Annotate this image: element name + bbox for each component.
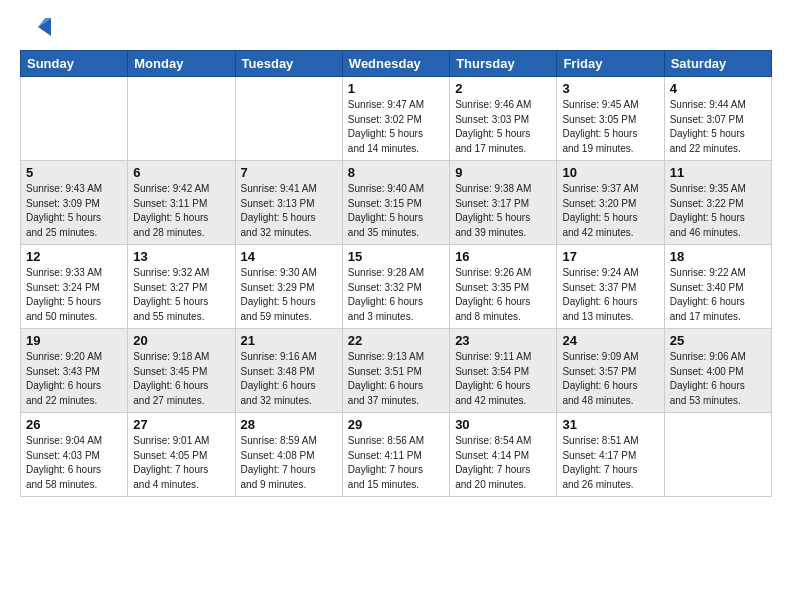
day-info: Sunrise: 9:44 AM Sunset: 3:07 PM Dayligh… xyxy=(670,98,766,156)
day-number: 24 xyxy=(562,333,658,348)
calendar-cell: 31Sunrise: 8:51 AM Sunset: 4:17 PM Dayli… xyxy=(557,413,664,497)
day-number: 23 xyxy=(455,333,551,348)
day-number: 12 xyxy=(26,249,122,264)
day-info: Sunrise: 9:24 AM Sunset: 3:37 PM Dayligh… xyxy=(562,266,658,324)
calendar-cell: 2Sunrise: 9:46 AM Sunset: 3:03 PM Daylig… xyxy=(450,77,557,161)
calendar-cell: 23Sunrise: 9:11 AM Sunset: 3:54 PM Dayli… xyxy=(450,329,557,413)
day-number: 3 xyxy=(562,81,658,96)
day-number: 2 xyxy=(455,81,551,96)
calendar-cell xyxy=(128,77,235,161)
day-number: 18 xyxy=(670,249,766,264)
calendar-cell: 22Sunrise: 9:13 AM Sunset: 3:51 PM Dayli… xyxy=(342,329,449,413)
day-info: Sunrise: 9:11 AM Sunset: 3:54 PM Dayligh… xyxy=(455,350,551,408)
day-number: 6 xyxy=(133,165,229,180)
weekday-header-friday: Friday xyxy=(557,51,664,77)
calendar-week-row: 5Sunrise: 9:43 AM Sunset: 3:09 PM Daylig… xyxy=(21,161,772,245)
calendar-cell: 4Sunrise: 9:44 AM Sunset: 3:07 PM Daylig… xyxy=(664,77,771,161)
day-number: 17 xyxy=(562,249,658,264)
page: SundayMondayTuesdayWednesdayThursdayFrid… xyxy=(0,0,792,612)
calendar-cell xyxy=(21,77,128,161)
day-number: 9 xyxy=(455,165,551,180)
calendar-cell: 24Sunrise: 9:09 AM Sunset: 3:57 PM Dayli… xyxy=(557,329,664,413)
calendar-cell: 9Sunrise: 9:38 AM Sunset: 3:17 PM Daylig… xyxy=(450,161,557,245)
calendar-cell: 27Sunrise: 9:01 AM Sunset: 4:05 PM Dayli… xyxy=(128,413,235,497)
calendar-cell: 10Sunrise: 9:37 AM Sunset: 3:20 PM Dayli… xyxy=(557,161,664,245)
calendar-cell: 28Sunrise: 8:59 AM Sunset: 4:08 PM Dayli… xyxy=(235,413,342,497)
day-number: 21 xyxy=(241,333,337,348)
day-number: 25 xyxy=(670,333,766,348)
weekday-header-sunday: Sunday xyxy=(21,51,128,77)
day-number: 20 xyxy=(133,333,229,348)
calendar-cell: 18Sunrise: 9:22 AM Sunset: 3:40 PM Dayli… xyxy=(664,245,771,329)
calendar-cell: 12Sunrise: 9:33 AM Sunset: 3:24 PM Dayli… xyxy=(21,245,128,329)
day-number: 28 xyxy=(241,417,337,432)
weekday-header-thursday: Thursday xyxy=(450,51,557,77)
calendar-cell: 16Sunrise: 9:26 AM Sunset: 3:35 PM Dayli… xyxy=(450,245,557,329)
day-info: Sunrise: 9:38 AM Sunset: 3:17 PM Dayligh… xyxy=(455,182,551,240)
weekday-header-saturday: Saturday xyxy=(664,51,771,77)
logo-flag-icon xyxy=(25,18,51,40)
calendar-cell: 7Sunrise: 9:41 AM Sunset: 3:13 PM Daylig… xyxy=(235,161,342,245)
calendar-table: SundayMondayTuesdayWednesdayThursdayFrid… xyxy=(20,50,772,497)
calendar-cell xyxy=(664,413,771,497)
day-number: 13 xyxy=(133,249,229,264)
day-info: Sunrise: 9:35 AM Sunset: 3:22 PM Dayligh… xyxy=(670,182,766,240)
calendar-cell: 17Sunrise: 9:24 AM Sunset: 3:37 PM Dayli… xyxy=(557,245,664,329)
day-number: 1 xyxy=(348,81,444,96)
day-number: 19 xyxy=(26,333,122,348)
calendar-cell: 13Sunrise: 9:32 AM Sunset: 3:27 PM Dayli… xyxy=(128,245,235,329)
day-info: Sunrise: 8:56 AM Sunset: 4:11 PM Dayligh… xyxy=(348,434,444,492)
calendar-cell: 26Sunrise: 9:04 AM Sunset: 4:03 PM Dayli… xyxy=(21,413,128,497)
calendar-week-row: 26Sunrise: 9:04 AM Sunset: 4:03 PM Dayli… xyxy=(21,413,772,497)
calendar-cell: 20Sunrise: 9:18 AM Sunset: 3:45 PM Dayli… xyxy=(128,329,235,413)
day-info: Sunrise: 8:59 AM Sunset: 4:08 PM Dayligh… xyxy=(241,434,337,492)
day-info: Sunrise: 9:20 AM Sunset: 3:43 PM Dayligh… xyxy=(26,350,122,408)
day-number: 22 xyxy=(348,333,444,348)
day-number: 16 xyxy=(455,249,551,264)
calendar-cell: 3Sunrise: 9:45 AM Sunset: 3:05 PM Daylig… xyxy=(557,77,664,161)
day-info: Sunrise: 9:28 AM Sunset: 3:32 PM Dayligh… xyxy=(348,266,444,324)
day-info: Sunrise: 9:16 AM Sunset: 3:48 PM Dayligh… xyxy=(241,350,337,408)
calendar-week-row: 19Sunrise: 9:20 AM Sunset: 3:43 PM Dayli… xyxy=(21,329,772,413)
calendar-cell: 21Sunrise: 9:16 AM Sunset: 3:48 PM Dayli… xyxy=(235,329,342,413)
day-info: Sunrise: 9:30 AM Sunset: 3:29 PM Dayligh… xyxy=(241,266,337,324)
calendar-cell xyxy=(235,77,342,161)
day-info: Sunrise: 9:41 AM Sunset: 3:13 PM Dayligh… xyxy=(241,182,337,240)
day-info: Sunrise: 9:09 AM Sunset: 3:57 PM Dayligh… xyxy=(562,350,658,408)
weekday-header-tuesday: Tuesday xyxy=(235,51,342,77)
day-info: Sunrise: 9:26 AM Sunset: 3:35 PM Dayligh… xyxy=(455,266,551,324)
day-info: Sunrise: 9:47 AM Sunset: 3:02 PM Dayligh… xyxy=(348,98,444,156)
day-info: Sunrise: 9:32 AM Sunset: 3:27 PM Dayligh… xyxy=(133,266,229,324)
day-number: 4 xyxy=(670,81,766,96)
weekday-header-wednesday: Wednesday xyxy=(342,51,449,77)
day-info: Sunrise: 9:37 AM Sunset: 3:20 PM Dayligh… xyxy=(562,182,658,240)
calendar-cell: 8Sunrise: 9:40 AM Sunset: 3:15 PM Daylig… xyxy=(342,161,449,245)
day-number: 31 xyxy=(562,417,658,432)
calendar-week-row: 1Sunrise: 9:47 AM Sunset: 3:02 PM Daylig… xyxy=(21,77,772,161)
day-info: Sunrise: 9:06 AM Sunset: 4:00 PM Dayligh… xyxy=(670,350,766,408)
day-info: Sunrise: 9:40 AM Sunset: 3:15 PM Dayligh… xyxy=(348,182,444,240)
calendar-cell: 5Sunrise: 9:43 AM Sunset: 3:09 PM Daylig… xyxy=(21,161,128,245)
calendar-cell: 6Sunrise: 9:42 AM Sunset: 3:11 PM Daylig… xyxy=(128,161,235,245)
day-number: 8 xyxy=(348,165,444,180)
day-number: 29 xyxy=(348,417,444,432)
day-info: Sunrise: 9:33 AM Sunset: 3:24 PM Dayligh… xyxy=(26,266,122,324)
logo xyxy=(20,18,51,40)
calendar-cell: 15Sunrise: 9:28 AM Sunset: 3:32 PM Dayli… xyxy=(342,245,449,329)
day-info: Sunrise: 9:45 AM Sunset: 3:05 PM Dayligh… xyxy=(562,98,658,156)
day-info: Sunrise: 9:42 AM Sunset: 3:11 PM Dayligh… xyxy=(133,182,229,240)
calendar-header-row: SundayMondayTuesdayWednesdayThursdayFrid… xyxy=(21,51,772,77)
calendar-cell: 11Sunrise: 9:35 AM Sunset: 3:22 PM Dayli… xyxy=(664,161,771,245)
calendar-cell: 14Sunrise: 9:30 AM Sunset: 3:29 PM Dayli… xyxy=(235,245,342,329)
day-number: 26 xyxy=(26,417,122,432)
day-info: Sunrise: 9:04 AM Sunset: 4:03 PM Dayligh… xyxy=(26,434,122,492)
day-info: Sunrise: 9:43 AM Sunset: 3:09 PM Dayligh… xyxy=(26,182,122,240)
calendar-cell: 19Sunrise: 9:20 AM Sunset: 3:43 PM Dayli… xyxy=(21,329,128,413)
calendar-week-row: 12Sunrise: 9:33 AM Sunset: 3:24 PM Dayli… xyxy=(21,245,772,329)
calendar-cell: 30Sunrise: 8:54 AM Sunset: 4:14 PM Dayli… xyxy=(450,413,557,497)
day-number: 14 xyxy=(241,249,337,264)
day-info: Sunrise: 8:51 AM Sunset: 4:17 PM Dayligh… xyxy=(562,434,658,492)
calendar-cell: 25Sunrise: 9:06 AM Sunset: 4:00 PM Dayli… xyxy=(664,329,771,413)
day-info: Sunrise: 9:18 AM Sunset: 3:45 PM Dayligh… xyxy=(133,350,229,408)
day-number: 30 xyxy=(455,417,551,432)
